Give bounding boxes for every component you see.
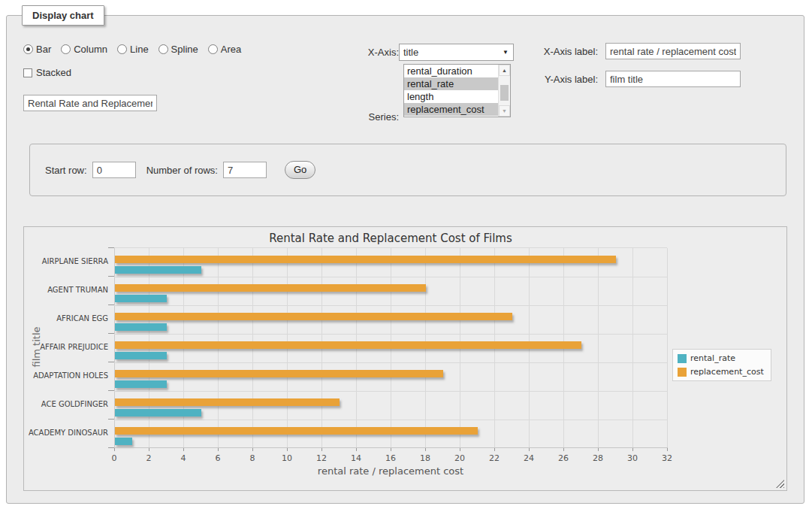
y-tick-mark bbox=[108, 333, 114, 334]
legend-label: replacement_cost bbox=[690, 367, 764, 377]
bar-rental_rate[interactable] bbox=[115, 295, 167, 302]
chart-type-option-label: Column bbox=[74, 44, 107, 55]
x-tick-label: 22 bbox=[479, 453, 509, 463]
scroll-down-icon[interactable]: ▼ bbox=[499, 105, 510, 117]
chevron-down-icon: ▼ bbox=[503, 50, 509, 56]
y-tick-mark bbox=[108, 419, 114, 420]
radio-icon bbox=[208, 44, 218, 54]
x-tick-label: 14 bbox=[341, 453, 371, 463]
series-option-rental_rate[interactable]: rental_rate bbox=[404, 77, 498, 90]
x-tick-mark bbox=[321, 448, 322, 451]
y-tick-mark bbox=[108, 276, 114, 277]
x-tick-mark bbox=[632, 448, 633, 451]
y-category-label: AIRPLANE SIERRA bbox=[24, 247, 108, 276]
chart-title-input[interactable] bbox=[23, 95, 157, 111]
chart-type-option-bar[interactable]: Bar bbox=[23, 44, 51, 55]
chart-type-option-label: Area bbox=[221, 44, 241, 55]
bar-replacement_cost[interactable] bbox=[115, 398, 340, 406]
x-tick-mark bbox=[563, 448, 564, 451]
y-tick-mark bbox=[108, 247, 114, 248]
x-tick-mark bbox=[183, 448, 184, 451]
bar-rental_rate[interactable] bbox=[115, 352, 167, 359]
x-axis-label-input[interactable] bbox=[605, 43, 741, 59]
scroll-up-icon[interactable]: ▲ bbox=[499, 65, 510, 76]
legend-swatch bbox=[678, 368, 687, 377]
scrollbar-thumb[interactable] bbox=[500, 85, 509, 101]
bar-replacement_cost[interactable] bbox=[115, 256, 616, 263]
chart: Rental Rate and Replacement Cost of Film… bbox=[23, 226, 787, 491]
radio-icon bbox=[117, 44, 127, 54]
chart-type-option-spline[interactable]: Spline bbox=[158, 44, 198, 55]
x-tick-mark bbox=[529, 448, 530, 451]
start-row-label: Start row: bbox=[45, 165, 87, 176]
series-option-replacement_cost[interactable]: replacement_cost bbox=[404, 103, 498, 116]
resize-handle-icon[interactable] bbox=[776, 480, 784, 488]
x-tick-mark bbox=[494, 448, 495, 451]
bar-rental_rate[interactable] bbox=[115, 438, 132, 445]
x-tick-mark bbox=[460, 448, 460, 451]
x-tick-mark bbox=[356, 448, 357, 451]
bar-rental_rate[interactable] bbox=[115, 380, 167, 388]
chart-type-option-label: Bar bbox=[36, 44, 51, 55]
series-select-label: Series: bbox=[331, 111, 399, 123]
start-row-input[interactable] bbox=[92, 162, 136, 178]
x-tick-mark bbox=[287, 448, 288, 451]
chart-type-option-line[interactable]: Line bbox=[117, 44, 149, 55]
y-axis-label-field-label: Y-Axis label: bbox=[525, 74, 598, 85]
legend-item-rental_rate[interactable]: rental_rate bbox=[678, 353, 764, 363]
y-category-label: AFFAIR PREJUDICE bbox=[24, 333, 108, 362]
x-tick-label: 4 bbox=[168, 453, 198, 463]
series-option-length[interactable]: length bbox=[404, 90, 498, 103]
x-axis-title: rental rate / replacement cost bbox=[114, 465, 667, 477]
y-axis-label-input[interactable] bbox=[605, 71, 741, 87]
bar-replacement_cost[interactable] bbox=[115, 313, 512, 320]
x-tick-mark bbox=[149, 448, 149, 451]
series-listbox[interactable]: rental_durationrental_ratelengthreplacem… bbox=[403, 64, 511, 117]
x-tick-mark bbox=[218, 448, 219, 451]
plot-area bbox=[114, 247, 667, 447]
y-category-label: AGENT TRUMAN bbox=[24, 276, 108, 304]
x-tick-label: 12 bbox=[306, 453, 337, 463]
bar-rental_rate[interactable] bbox=[115, 266, 201, 274]
panel-title-tab: Display chart bbox=[22, 5, 104, 26]
chart-type-option-column[interactable]: Column bbox=[61, 44, 107, 55]
series-option-rental_duration[interactable]: rental_duration bbox=[404, 65, 498, 77]
display-chart-panel: Display chart BarColumnLineSplineArea St… bbox=[6, 15, 804, 504]
bar-replacement_cost[interactable] bbox=[115, 427, 478, 435]
radio-icon bbox=[61, 44, 71, 54]
band-separator bbox=[114, 305, 667, 306]
bar-rental_rate[interactable] bbox=[115, 323, 167, 331]
chart-type-option-label: Spline bbox=[171, 44, 198, 55]
y-tick-mark bbox=[108, 362, 114, 362]
x-tick-mark bbox=[598, 448, 599, 451]
band-separator bbox=[114, 277, 667, 277]
go-button[interactable]: Go bbox=[285, 161, 315, 179]
number-of-rows-input[interactable] bbox=[223, 162, 267, 178]
series-scrollbar[interactable]: ▲ ▼ bbox=[498, 65, 510, 117]
x-tick-label: 20 bbox=[445, 453, 475, 463]
y-category-label: ADAPTATION HOLES bbox=[24, 362, 108, 390]
band-separator bbox=[114, 334, 667, 335]
radio-icon bbox=[23, 44, 33, 54]
x-tick-label: 6 bbox=[203, 453, 233, 463]
x-axis-select[interactable]: title ▼ bbox=[399, 44, 514, 61]
x-tick-label: 0 bbox=[99, 453, 129, 463]
chart-type-group: BarColumnLineSplineArea bbox=[23, 44, 241, 55]
chart-type-option-area[interactable]: Area bbox=[208, 44, 241, 55]
series-listbox-options: rental_durationrental_ratelengthreplacem… bbox=[404, 65, 510, 116]
bar-replacement_cost[interactable] bbox=[115, 370, 443, 377]
bar-replacement_cost[interactable] bbox=[115, 284, 426, 292]
x-tick-mark bbox=[425, 448, 426, 451]
y-category-label: ACADEMY DINOSAUR bbox=[24, 419, 108, 447]
band-separator bbox=[114, 420, 667, 420]
stacked-row: Stacked bbox=[23, 67, 71, 78]
x-tick-label: 30 bbox=[617, 453, 647, 463]
x-tick-mark bbox=[667, 448, 668, 451]
x-axis-select-label: X-Axis: bbox=[331, 47, 399, 58]
x-tick-mark bbox=[114, 448, 115, 451]
x-tick-label: 2 bbox=[134, 453, 164, 463]
bar-replacement_cost[interactable] bbox=[115, 341, 581, 349]
bar-rental_rate[interactable] bbox=[115, 409, 201, 417]
legend-item-replacement_cost[interactable]: replacement_cost bbox=[678, 367, 764, 377]
stacked-checkbox[interactable] bbox=[23, 68, 32, 77]
